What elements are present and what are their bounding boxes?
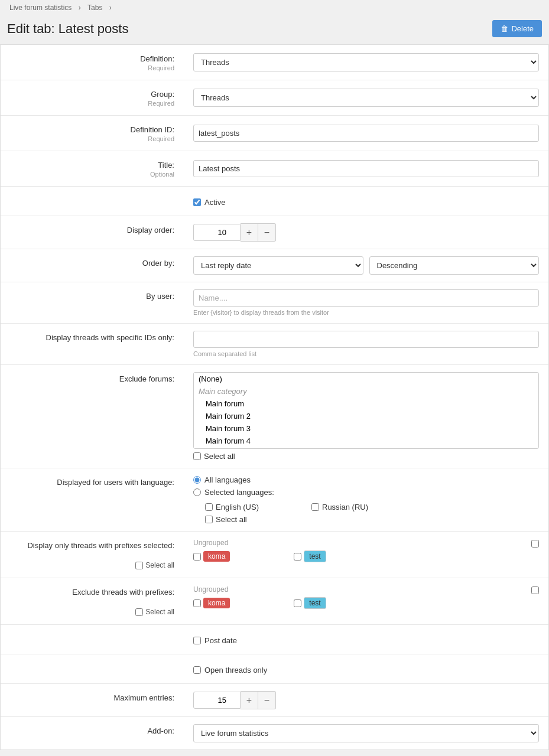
display-order-decrement[interactable]: − [258, 223, 276, 242]
exclude-forums-label: Exclude forums: [119, 374, 174, 383]
breadcrumb-sep2: › [109, 4, 112, 12]
prefixes-exclude-group: Ungrouped [193, 585, 228, 594]
order-direction-select[interactable]: Ascending Descending [369, 256, 540, 275]
title-label: Title: [158, 161, 174, 170]
lang-russian-label[interactable]: Russian (RU) [322, 503, 368, 511]
addon-select[interactable]: Live forum statistics [193, 724, 539, 742]
prefix-exclude-koma-checkbox[interactable] [193, 599, 201, 607]
group-sublabel: Required [148, 100, 174, 107]
definition-id-input[interactable] [193, 125, 539, 142]
group-select[interactable]: Threads [193, 89, 539, 107]
prefix-exclude-koma-badge[interactable]: koma [203, 598, 230, 608]
specific-ids-label: Display threads with specific IDs only: [46, 333, 174, 342]
title-sublabel: Optional [150, 171, 174, 178]
lang-russian-checkbox[interactable] [311, 503, 319, 511]
breadcrumb-link-statistics[interactable]: Live forum statistics [7, 4, 76, 12]
breadcrumb-link-tabs[interactable]: Tabs [85, 4, 107, 12]
max-entries-input[interactable] [193, 692, 241, 709]
language-all-radio[interactable] [193, 476, 201, 484]
forum-option-main-forum5[interactable]: Main forum 5 [194, 447, 538, 449]
open-threads-checkbox[interactable] [193, 666, 201, 674]
exclude-forums-select[interactable]: (None) Main category Main forum Main for… [193, 372, 539, 449]
language-all-label[interactable]: All languages [204, 475, 251, 484]
exclude-forums-select-all-label[interactable]: Select all [204, 452, 235, 461]
active-label[interactable]: Active [204, 198, 225, 207]
definition-sublabel: Required [148, 64, 174, 71]
lang-english-label[interactable]: English (US) [216, 503, 259, 511]
definition-select[interactable]: Threads [193, 53, 539, 71]
definition-id-sublabel: Required [148, 135, 174, 142]
by-user-hint: Enter {visitor} to display threads from … [193, 309, 539, 316]
prefix-display-test-checkbox[interactable] [294, 553, 301, 561]
addon-label: Add-on: [147, 726, 174, 735]
order-by-label: Order by: [142, 259, 174, 268]
forum-option-main-forum[interactable]: Main forum [194, 397, 538, 410]
trash-icon: 🗑 [501, 24, 508, 33]
by-user-label: By user: [146, 292, 174, 301]
forum-option-main-forum4[interactable]: Main forum 4 [194, 435, 538, 447]
post-date-label[interactable]: Post date [204, 636, 237, 645]
active-checkbox[interactable] [193, 198, 201, 206]
language-selected-radio[interactable] [193, 488, 201, 496]
forum-option-main-category[interactable]: Main category [194, 385, 538, 397]
prefixes-display-all-right-checkbox[interactable] [531, 540, 539, 548]
language-selected-label[interactable]: Selected languages: [204, 488, 274, 497]
breadcrumb: Live forum statistics › Tabs › [0, 0, 549, 15]
post-date-checkbox[interactable] [193, 637, 201, 644]
page-title: Edit tab: Latest posts [7, 21, 128, 37]
forum-option-main-forum3[interactable]: Main forum 3 [194, 422, 538, 435]
prefixes-display-select-all-label[interactable]: Select all [145, 561, 174, 569]
title-input[interactable] [193, 160, 539, 177]
prefix-exclude-test-badge[interactable]: test [304, 597, 326, 609]
specific-ids-input[interactable] [193, 331, 539, 348]
prefixes-exclude-select-all-label[interactable]: Select all [145, 608, 174, 616]
definition-label: Definition: [140, 54, 174, 63]
edit-form: Definition: Required Threads Group: Requ… [0, 44, 549, 750]
display-order-label: Display order: [127, 226, 174, 234]
definition-id-label: Definition ID: [131, 125, 174, 134]
prefix-display-koma-badge[interactable]: koma [203, 551, 230, 562]
prefixes-exclude-all-right-checkbox[interactable] [531, 586, 539, 594]
lang-select-all-label[interactable]: Select all [216, 515, 247, 524]
prefix-display-koma-checkbox[interactable] [193, 553, 201, 561]
prefix-exclude-test-checkbox[interactable] [294, 599, 301, 607]
max-entries-decrement[interactable]: − [258, 691, 276, 709]
display-order-input[interactable] [193, 224, 241, 241]
lang-select-all-checkbox[interactable] [205, 516, 213, 523]
prefixes-exclude-label: Exclude threads with prefixes: [72, 588, 174, 597]
prefixes-display-label: Display only threads with prefixes selec… [27, 541, 174, 550]
exclude-forums-select-all-checkbox[interactable] [193, 452, 201, 460]
language-label: Displayed for users with language: [57, 478, 174, 487]
max-entries-increment[interactable]: + [241, 691, 258, 709]
forum-option-main-forum2[interactable]: Main forum 2 [194, 410, 538, 422]
display-order-increment[interactable]: + [241, 223, 258, 242]
prefix-display-test-badge[interactable]: test [304, 550, 326, 562]
by-user-input[interactable] [193, 289, 539, 307]
delete-button[interactable]: 🗑 Delete [492, 20, 542, 37]
forum-option-none[interactable]: (None) [194, 373, 538, 385]
group-label: Group: [151, 90, 174, 99]
breadcrumb-sep1: › [79, 4, 81, 12]
prefixes-display-group: Ungrouped [193, 539, 228, 547]
max-entries-label: Maximum entries: [113, 693, 174, 702]
order-by-select[interactable]: Last reply date Post date Thread title R… [193, 256, 363, 275]
open-threads-label[interactable]: Open threads only [204, 666, 267, 674]
prefixes-display-select-all-checkbox[interactable] [135, 562, 143, 569]
lang-english-checkbox[interactable] [205, 503, 213, 511]
specific-ids-hint: Comma separated list [193, 350, 539, 357]
prefixes-exclude-select-all-checkbox[interactable] [135, 608, 143, 616]
